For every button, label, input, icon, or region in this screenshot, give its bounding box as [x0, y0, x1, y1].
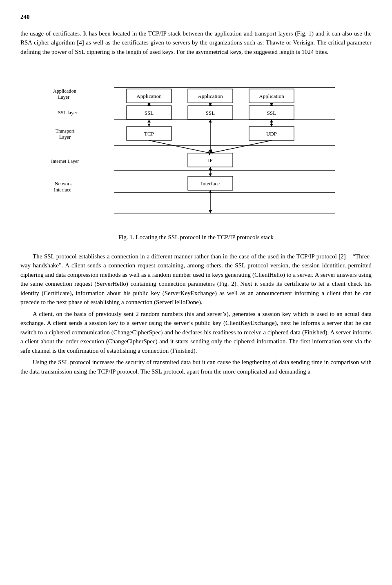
box-app3: Application — [259, 93, 284, 99]
svg-line-34 — [149, 140, 210, 153]
svg-marker-33 — [270, 124, 273, 127]
box-ssl3: SSL — [267, 110, 276, 116]
box-udp: UDP — [266, 131, 277, 137]
box-ssl1: SSL — [145, 110, 154, 116]
label-internet-layer: Internet Layer — [51, 158, 79, 164]
box-ssl2: SSL — [206, 110, 215, 116]
svg-marker-42 — [209, 190, 212, 193]
svg-marker-43 — [209, 210, 212, 213]
svg-marker-37 — [210, 149, 213, 153]
svg-marker-32 — [270, 120, 273, 122]
label-transport-layer2: Layer — [59, 134, 71, 140]
label-ssl-layer: SSL layer — [58, 110, 77, 116]
box-app2: Application — [198, 93, 223, 99]
body-paragraphs: The SSL protocol establishes a connectio… — [20, 252, 372, 376]
box-interface: Interface — [201, 180, 220, 187]
tcp-ip-diagram: text { font-family: "Times New Roman", T… — [20, 66, 372, 249]
ssl-tcpip-stack-svg: text { font-family: "Times New Roman", T… — [49, 66, 343, 229]
page-number: 240 — [20, 12, 372, 22]
svg-marker-40 — [209, 173, 212, 176]
label-application-layer2: Layer — [58, 94, 69, 100]
label-application-layer: Application — [53, 88, 76, 94]
fig-caption: Fig. 1. Locating the SSL protocol in the… — [118, 233, 274, 242]
label-network-iface2: Interface — [54, 187, 71, 193]
box-app1: Application — [136, 93, 162, 99]
label-network-iface: Network — [55, 181, 72, 187]
svg-marker-39 — [209, 167, 212, 170]
label-transport-layer: Transport — [56, 128, 75, 134]
box-ip: IP — [208, 157, 213, 163]
box-tcp: TCP — [144, 131, 154, 137]
svg-marker-20 — [147, 120, 151, 122]
svg-marker-21 — [147, 124, 151, 127]
svg-marker-26 — [209, 120, 212, 122]
intro-paragraph: the usage of certificates. It has been l… — [20, 29, 372, 57]
svg-line-36 — [210, 140, 272, 153]
